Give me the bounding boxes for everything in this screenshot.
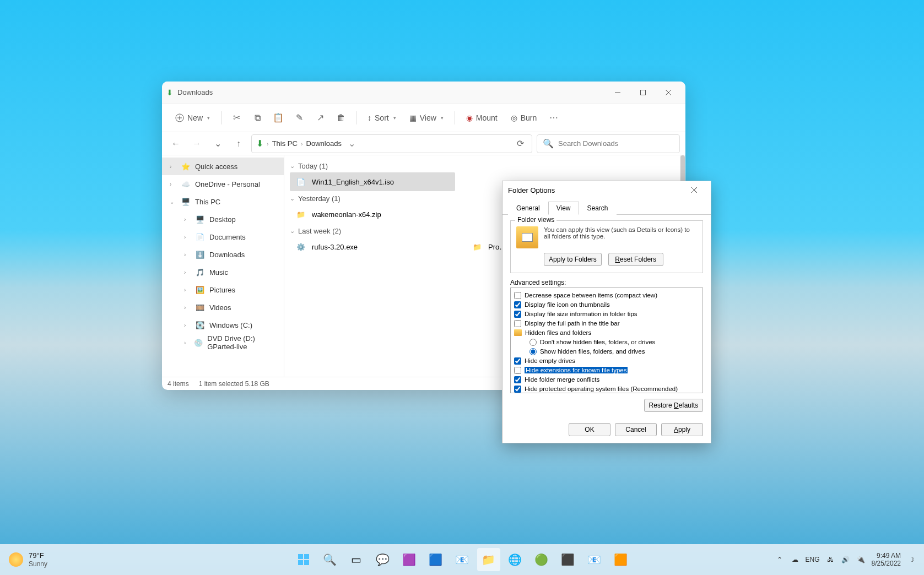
clock[interactable]: 9:49 AM 8/25/2022 bbox=[872, 552, 901, 568]
expand-icon[interactable]: › bbox=[170, 181, 176, 187]
advanced-setting-item[interactable]: Don't show hidden files, folders, or dri… bbox=[514, 338, 699, 346]
check-input[interactable] bbox=[514, 386, 521, 393]
delete-button[interactable]: 🗑 bbox=[332, 109, 350, 127]
expand-icon[interactable]: ⌄ bbox=[170, 199, 176, 205]
burn-button[interactable]: ◎Burn bbox=[505, 109, 543, 127]
expand-icon[interactable]: › bbox=[184, 216, 191, 223]
copy-button[interactable]: ⧉ bbox=[248, 109, 267, 127]
advanced-setting-item[interactable]: Hidden files and folders bbox=[514, 328, 699, 337]
view-button[interactable]: ▦View▾ bbox=[404, 109, 449, 127]
check-input[interactable] bbox=[514, 357, 521, 365]
close-button[interactable] bbox=[656, 84, 681, 101]
sidebar-item[interactable]: ⌄🖥️This PC bbox=[162, 193, 284, 210]
expand-icon[interactable]: › bbox=[184, 252, 191, 258]
advanced-setting-item[interactable]: Display the full path in the title bar bbox=[514, 319, 699, 328]
search-button[interactable]: 🔍 bbox=[318, 548, 342, 571]
start-button[interactable] bbox=[292, 548, 315, 571]
rename-button[interactable]: ✎ bbox=[290, 109, 309, 127]
breadcrumb-downloads[interactable]: Downloads bbox=[306, 139, 342, 148]
group-header[interactable]: ⌄Today (1) bbox=[290, 162, 680, 170]
cancel-button[interactable]: Cancel bbox=[615, 423, 657, 436]
sort-button[interactable]: ↕Sort▾ bbox=[362, 109, 402, 127]
sidebar-item[interactable]: ›💽Windows (C:) bbox=[162, 316, 284, 334]
tab-search[interactable]: Search bbox=[579, 202, 617, 215]
reset-folders-button[interactable]: Reset Folders bbox=[608, 253, 663, 266]
dialog-title-bar[interactable]: Folder Options bbox=[502, 181, 711, 199]
outlook-button[interactable]: 📧 bbox=[583, 548, 606, 571]
apply-to-folders-button[interactable]: Apply to Folders bbox=[544, 253, 602, 266]
new-button[interactable]: New▾ bbox=[170, 109, 215, 127]
apply-button[interactable]: Apply bbox=[661, 423, 703, 436]
share-button[interactable]: ↗ bbox=[311, 109, 329, 127]
check-input[interactable] bbox=[514, 367, 521, 374]
sidebar-item[interactable]: ›📄Documents bbox=[162, 228, 284, 246]
scrollbar-thumb[interactable] bbox=[680, 155, 685, 183]
advanced-setting-item[interactable]: Hide folder merge conflicts bbox=[514, 375, 699, 384]
check-input[interactable] bbox=[514, 320, 521, 327]
refresh-button[interactable]: ⟳ bbox=[514, 138, 527, 149]
expand-icon[interactable]: › bbox=[184, 322, 191, 328]
tab-general[interactable]: General bbox=[508, 202, 548, 215]
mount-button[interactable]: ◉Mount bbox=[461, 109, 503, 127]
expand-icon[interactable]: › bbox=[170, 164, 176, 170]
taskbar-app-2[interactable]: 🟦 bbox=[424, 548, 447, 571]
paste-button[interactable]: 📋 bbox=[269, 109, 288, 127]
advanced-setting-item[interactable]: Hide protected operating system files (R… bbox=[514, 384, 699, 393]
file-item[interactable]: 📄Win11_English_x64v1.iso bbox=[290, 172, 455, 191]
volume-icon[interactable]: 🔊 bbox=[841, 556, 851, 563]
expand-icon[interactable]: › bbox=[184, 234, 191, 240]
onedrive-tray-icon[interactable]: ☁ bbox=[790, 556, 800, 563]
dialog-close-button[interactable] bbox=[683, 182, 705, 198]
ok-button[interactable]: OK bbox=[569, 423, 610, 436]
sidebar-item[interactable]: ›🖼️Pictures bbox=[162, 281, 284, 299]
forward-button[interactable]: → bbox=[188, 135, 205, 152]
sidebar[interactable]: ›⭐Quick access›☁️OneDrive - Personal⌄🖥️T… bbox=[162, 155, 284, 377]
sidebar-item[interactable]: ›☁️OneDrive - Personal bbox=[162, 175, 284, 193]
sidebar-item[interactable]: ›🎵Music bbox=[162, 263, 284, 281]
language-indicator[interactable]: ENG bbox=[806, 556, 820, 563]
advanced-setting-item[interactable]: Display file icon on thumbnails bbox=[514, 300, 699, 309]
battery-icon[interactable]: 🔌 bbox=[856, 556, 866, 563]
radio-input[interactable] bbox=[529, 339, 537, 346]
chat-button[interactable]: 💬 bbox=[371, 548, 395, 571]
notification-icon[interactable]: ☽ bbox=[906, 556, 916, 563]
weather-widget[interactable]: 79°F Sunny bbox=[0, 551, 56, 568]
sidebar-item[interactable]: ›💿DVD Drive (D:) GParted-live bbox=[162, 334, 284, 351]
back-button[interactable]: ← bbox=[167, 135, 184, 152]
taskbar-app-5[interactable]: 🟧 bbox=[609, 548, 633, 571]
advanced-setting-item[interactable]: Show hidden files, folders, and drives bbox=[514, 347, 699, 356]
expand-icon[interactable]: › bbox=[184, 305, 191, 311]
sidebar-item[interactable]: ›🎞️Videos bbox=[162, 299, 284, 316]
sidebar-item[interactable]: ›🖥️Desktop bbox=[162, 210, 284, 228]
title-bar[interactable]: ⬇ Downloads bbox=[162, 82, 685, 104]
task-view-button[interactable]: ▭ bbox=[345, 548, 368, 571]
breadcrumb-thispc[interactable]: This PC bbox=[272, 139, 298, 148]
check-input[interactable] bbox=[514, 301, 521, 308]
tab-view[interactable]: View bbox=[548, 202, 579, 215]
sidebar-item[interactable]: ›⭐Quick access bbox=[162, 158, 284, 175]
terminal-button[interactable]: ⬛ bbox=[556, 548, 580, 571]
taskbar-app-4[interactable]: 🟢 bbox=[530, 548, 553, 571]
breadcrumb-dropdown[interactable]: ⌄ bbox=[345, 138, 359, 149]
minimize-button[interactable] bbox=[605, 84, 630, 101]
more-button[interactable]: ⋯ bbox=[544, 109, 563, 127]
network-icon[interactable]: 🖧 bbox=[825, 556, 835, 563]
restore-defaults-button[interactable]: Restore Defaults bbox=[644, 399, 703, 412]
check-input[interactable] bbox=[514, 376, 521, 383]
check-input[interactable] bbox=[514, 292, 521, 299]
file-explorer-taskbar[interactable]: 📁 bbox=[477, 548, 500, 571]
check-input[interactable] bbox=[514, 311, 521, 318]
taskbar-app-3[interactable]: 📧 bbox=[451, 548, 474, 571]
cut-button[interactable]: ✂ bbox=[227, 109, 246, 127]
advanced-setting-item[interactable]: Decrease space between items (compact vi… bbox=[514, 291, 699, 300]
file-item[interactable]: 📁wakemeonlan-x64.zip bbox=[290, 205, 455, 224]
taskbar-app-1[interactable]: 🟪 bbox=[398, 548, 421, 571]
tray-chevron-icon[interactable]: ⌃ bbox=[775, 556, 785, 563]
advanced-setting-item[interactable]: Hide empty drives bbox=[514, 356, 699, 365]
advanced-settings-list[interactable]: Decrease space between items (compact vi… bbox=[510, 288, 703, 393]
advanced-setting-item[interactable]: Hide extensions for known file types bbox=[514, 366, 699, 375]
edge-button[interactable]: 🌐 bbox=[504, 548, 527, 571]
sidebar-item[interactable]: ›⬇️Downloads bbox=[162, 246, 284, 263]
maximize-button[interactable] bbox=[630, 84, 656, 101]
search-input[interactable] bbox=[558, 139, 674, 148]
